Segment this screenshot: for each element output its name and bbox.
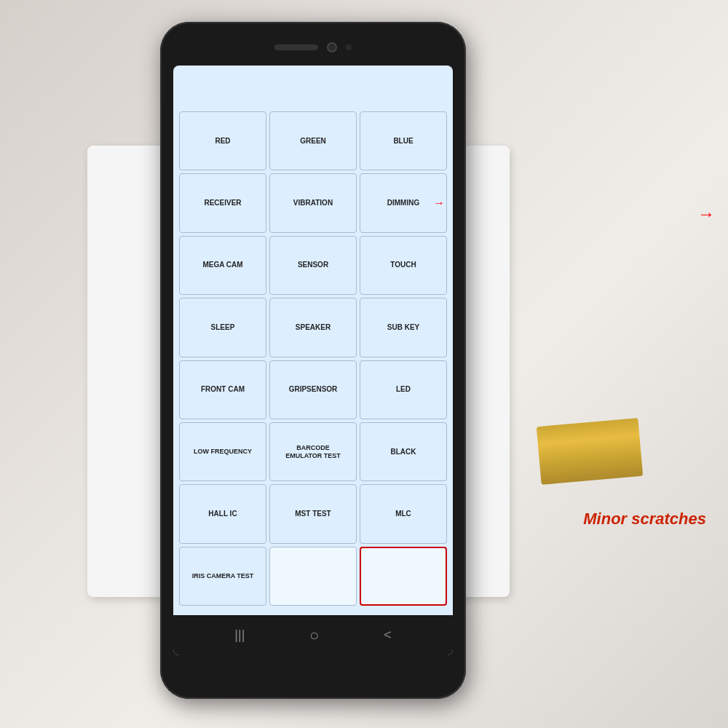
btn-hall-ic[interactable]: HALL IC <box>179 484 266 543</box>
front-camera-dot <box>327 42 337 52</box>
btn-led[interactable]: LED <box>360 360 447 419</box>
speaker-bar <box>274 44 318 50</box>
phone-body: RED GREEN BLUE RECEIVER VIBRATION DIMMIN… <box>160 22 466 699</box>
flex-cable <box>537 418 643 485</box>
btn-red[interactable]: RED <box>179 111 266 170</box>
dimming-arrow: → <box>433 196 445 210</box>
nav-bar: ||| ○ < <box>173 615 453 655</box>
phone-screen: RED GREEN BLUE RECEIVER VIBRATION DIMMIN… <box>173 66 453 655</box>
btn-empty-2[interactable] <box>360 547 447 606</box>
btn-sensor[interactable]: SENSOR <box>269 236 357 295</box>
btn-dimming[interactable]: DIMMING → <box>360 173 447 232</box>
phone-top-bar <box>160 29 466 66</box>
btn-mst-test[interactable]: MST TEST <box>269 484 357 543</box>
btn-black[interactable]: BLACK <box>360 422 447 481</box>
btn-low-frequency[interactable]: LOW FREQUENCY <box>179 422 266 481</box>
nav-home[interactable]: ○ <box>309 626 319 645</box>
btn-vibration[interactable]: VIBRATION <box>269 173 357 232</box>
sensor-dot <box>346 44 352 50</box>
nav-recent[interactable]: ||| <box>234 628 245 643</box>
btn-front-cam[interactable]: FRONT CAM <box>179 360 266 419</box>
minor-scratches-label: Minor scratches <box>583 510 706 529</box>
test-grid: RED GREEN BLUE RECEIVER VIBRATION DIMMIN… <box>173 106 453 612</box>
btn-touch[interactable]: TOUCH <box>360 236 447 295</box>
btn-receiver[interactable]: RECEIVER <box>179 173 266 232</box>
btn-mega-cam[interactable]: MEGA CAM <box>179 236 266 295</box>
btn-speaker[interactable]: SPEAKER <box>269 298 357 357</box>
btn-sub-key[interactable]: SUB KEY <box>360 298 447 357</box>
btn-mlc[interactable]: MLC <box>360 484 447 543</box>
btn-iris-camera[interactable]: IRIS CAMERA TEST <box>179 547 266 606</box>
btn-empty-1[interactable] <box>269 547 357 606</box>
btn-gripsensor[interactable]: GRIPSENSOR <box>269 360 357 419</box>
nav-back[interactable]: < <box>384 628 392 643</box>
btn-barcode-emulator[interactable]: BARCODE EMULATOR TEST <box>269 422 357 481</box>
red-arrow-annotation: → <box>697 204 715 224</box>
scene: RED GREEN BLUE RECEIVER VIBRATION DIMMIN… <box>0 0 728 728</box>
btn-sleep[interactable]: SLEEP <box>179 298 266 357</box>
btn-blue[interactable]: BLUE <box>360 111 447 170</box>
btn-green[interactable]: GREEN <box>269 111 357 170</box>
